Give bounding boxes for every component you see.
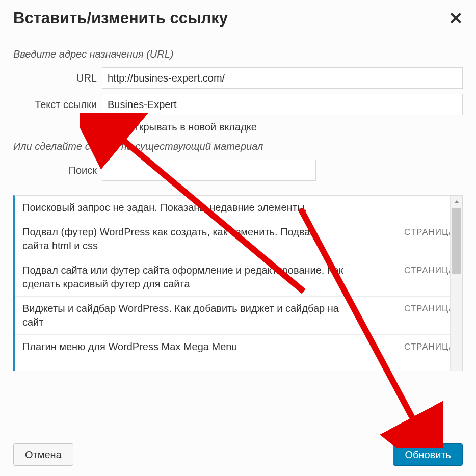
item-type: СТРАНИЦА (404, 225, 455, 237)
cancel-button[interactable]: Отмена (13, 443, 73, 466)
dialog-title: Вставить/изменить ссылку (13, 9, 228, 28)
scroll-thumb[interactable] (452, 208, 461, 274)
list-item[interactable]: Виджеты и сайдбар WordPress. Как добавит… (15, 297, 462, 335)
dialog-footer: Отмена Обновить (0, 433, 476, 476)
link-dialog: Вставить/изменить ссылку ✕ Введите адрес… (0, 0, 476, 476)
item-title: Виджеты и сайдбар WordPress. Как добавит… (22, 302, 343, 329)
scroll-up-icon[interactable] (451, 196, 462, 208)
list-item[interactable]: Подвал (футер) WordPress как создать, ка… (15, 220, 462, 258)
url-input[interactable] (102, 67, 463, 89)
url-row: URL (13, 67, 463, 89)
search-label: Поиск (13, 165, 102, 176)
search-row: Поиск (13, 160, 463, 181)
results-panel: Поисковый запрос не задан. Показаны неда… (13, 195, 463, 371)
item-type: СТРАНИЦА (404, 302, 455, 314)
new-tab-row: Открывать в новой вкладке (107, 120, 463, 134)
list-item[interactable]: Плагин меню для WordPress Max Mega Menu … (15, 335, 462, 359)
results-status: Поисковый запрос не задан. Показаны неда… (15, 196, 462, 220)
results-scroll[interactable]: Поисковый запрос не задан. Показаны неда… (15, 196, 462, 371)
url-label: URL (13, 72, 102, 84)
link-text-row: Текст ссылки (13, 94, 463, 115)
new-tab-label: Открывать в новой вкладке (126, 121, 257, 133)
item-type: СТРАНИЦА (404, 340, 455, 352)
scrollbar[interactable] (450, 196, 462, 371)
link-text-label: Текст ссылки (13, 99, 102, 111)
submit-button[interactable]: Обновить (393, 443, 463, 466)
item-type: СТРАНИЦА (404, 263, 455, 276)
search-input[interactable] (102, 160, 316, 181)
dialog-body: Введите адрес назначения (URL) URL Текст… (0, 35, 476, 190)
instruction-url: Введите адрес назначения (URL) (13, 48, 463, 60)
list-item[interactable]: Подвал сайта или футер сайта оформление … (15, 258, 462, 297)
link-text-input[interactable] (102, 94, 463, 115)
item-title: Подвал сайта или футер сайта оформление … (22, 263, 343, 291)
close-icon[interactable]: ✕ (448, 10, 463, 27)
check-icon (109, 122, 119, 132)
dialog-header: Вставить/изменить ссылку ✕ (0, 0, 476, 35)
item-title: Подвал (футер) WordPress как создать, ка… (22, 225, 343, 253)
new-tab-checkbox[interactable] (107, 120, 120, 134)
instruction-existing: Или сделайте ссылку на существующий мате… (13, 141, 463, 152)
item-title: Плагин меню для WordPress Max Mega Menu (22, 340, 237, 354)
